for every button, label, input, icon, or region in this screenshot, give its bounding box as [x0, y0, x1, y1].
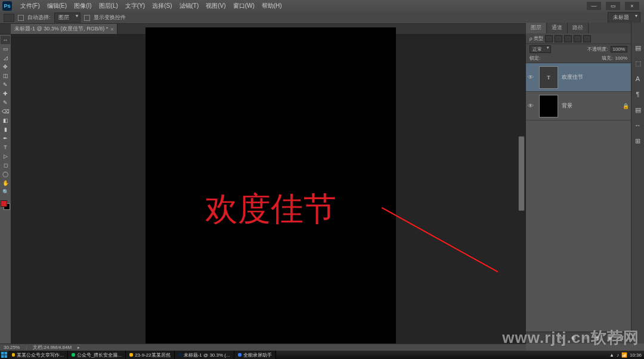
tool-shape[interactable]: ◻	[1, 161, 10, 169]
canvas-text-layer[interactable]: 欢度佳节	[205, 187, 336, 231]
menu-select[interactable]: 选择(S)	[148, 1, 175, 11]
filter-chip[interactable]	[574, 35, 581, 42]
clock[interactable]: 10:36	[630, 352, 642, 358]
tray-icon[interactable]: ♪	[617, 352, 619, 358]
canvas-area[interactable]: 欢度佳节	[11, 35, 526, 343]
layer-filter-row: ρ 类型	[526, 33, 631, 44]
layer-name[interactable]: 欢度佳节	[562, 73, 623, 81]
group-icon[interactable]: ◉	[595, 335, 602, 342]
filter-chip[interactable]	[583, 35, 591, 42]
tool-lasso[interactable]: ◿	[1, 54, 10, 62]
menu-edit[interactable]: 编辑(E)	[44, 1, 70, 11]
dock-icon[interactable]: ⬚	[634, 60, 642, 68]
dock-icon[interactable]: ⊞	[634, 137, 642, 146]
dock-icon[interactable]: ↔	[634, 122, 642, 130]
tool-eraser[interactable]: ◧	[1, 116, 10, 125]
tray-icon[interactable]: 📶	[621, 352, 627, 358]
foreground-swatch[interactable]	[1, 200, 7, 207]
tool-ellipse[interactable]: ◯	[1, 170, 10, 178]
menu-view[interactable]: 视图(V)	[202, 1, 229, 11]
layer-name[interactable]: 背景	[562, 102, 623, 110]
window-close[interactable]: ×	[625, 2, 639, 10]
tool-wand[interactable]: ✥	[1, 63, 10, 71]
auto-select-label: 自动选择:	[27, 14, 51, 21]
tool-brush[interactable]: ✎	[1, 98, 10, 107]
task-item[interactable]: 公众号_擅长安全漏...	[68, 351, 126, 359]
auto-select-checkbox[interactable]	[18, 15, 24, 21]
layer-thumbnail[interactable]: T	[539, 66, 558, 89]
move-tool-icon[interactable]	[4, 14, 14, 22]
tool-gradient[interactable]: ▮	[1, 125, 10, 134]
zoom-value[interactable]: 30.25%	[4, 345, 20, 350]
tray-icon[interactable]: ▲	[609, 352, 614, 358]
svg-rect-4	[5, 355, 8, 358]
tool-zoom[interactable]: 🔍	[1, 188, 10, 196]
filter-chip[interactable]	[564, 35, 572, 42]
layer-item[interactable]: 👁 背景 🔒	[526, 92, 631, 120]
tool-pen[interactable]: ✒	[1, 134, 10, 143]
menu-file[interactable]: 文件(F)	[17, 1, 44, 11]
tool-hand[interactable]: ✋	[1, 179, 10, 187]
menu-help[interactable]: 帮助(H)	[258, 1, 286, 11]
document-canvas[interactable]: 欢度佳节	[145, 27, 396, 343]
lock-icon[interactable]	[543, 55, 549, 61]
lock-icon[interactable]	[551, 55, 557, 61]
layer-thumbnail[interactable]	[539, 95, 558, 117]
tool-move[interactable]: ↔	[1, 36, 10, 44]
dock-icon[interactable]: ¶	[634, 91, 642, 99]
status-bar: 30.25% | 文档:24.9M/4.84M ▸	[0, 343, 526, 351]
tool-eyedrop[interactable]: ✎	[1, 81, 10, 89]
task-item[interactable]: 全能录屏助手	[234, 351, 276, 359]
start-button[interactable]	[0, 351, 8, 359]
color-swatches[interactable]	[1, 200, 10, 210]
opacity-value[interactable]: 100%	[611, 46, 627, 52]
filter-chip[interactable]	[545, 35, 553, 42]
task-item[interactable]: 23-9-22某某居然	[126, 351, 175, 359]
blend-mode-dropdown[interactable]: 正常	[530, 45, 551, 53]
window-maximize[interactable]: ▭	[606, 2, 620, 10]
tab-channels[interactable]: 通道	[547, 23, 568, 33]
vertical-scrollbar[interactable]	[518, 136, 525, 211]
menu-filter[interactable]: 滤镜(T)	[176, 1, 203, 11]
workspace-picker[interactable]: 未标题	[608, 12, 640, 23]
task-item[interactable]: 某某公众号文章写作...	[8, 351, 68, 359]
dock-icon[interactable]: ▤	[634, 106, 642, 114]
dock-icon[interactable]: A	[634, 75, 642, 83]
auto-select-dropdown[interactable]: 图层	[54, 13, 80, 23]
toolbox: ↔ ▭ ◿ ✥ ◫ ✎ ✚ ✎ ⌫ ◧ ▮ ✒ T ▷ ◻ ◯ ✋ 🔍	[0, 35, 11, 343]
tool-type[interactable]: T	[1, 143, 10, 151]
window-minimize[interactable]: —	[587, 2, 601, 10]
adjustment-icon[interactable]: ▭	[583, 335, 590, 342]
filter-chip[interactable]	[555, 35, 562, 42]
menu-layer[interactable]: 图层(L)	[95, 1, 122, 11]
tool-heal[interactable]: ✚	[1, 89, 10, 98]
tool-crop[interactable]: ◫	[1, 72, 10, 80]
close-icon[interactable]: ×	[110, 26, 113, 32]
tab-layers[interactable]: 图层	[526, 23, 547, 33]
layer-item[interactable]: 👁 T 欢度佳节	[526, 63, 631, 92]
tool-stamp[interactable]: ⌫	[1, 107, 10, 116]
tool-path[interactable]: ▷	[1, 152, 10, 160]
visibility-icon[interactable]: 👁	[526, 74, 535, 81]
menu-type[interactable]: 文字(Y)	[122, 1, 148, 11]
menu-window[interactable]: 窗口(W)	[230, 1, 258, 11]
fx-icon[interactable]: fx	[559, 335, 566, 342]
dock-icon[interactable]: ▤	[634, 44, 642, 52]
tab-paths[interactable]: 路径	[568, 23, 589, 33]
filter-label: ρ 类型	[530, 35, 543, 42]
lock-icon[interactable]	[559, 55, 565, 61]
trash-icon[interactable]: 🗑	[619, 335, 626, 342]
visibility-icon[interactable]: 👁	[526, 103, 535, 109]
show-transform-checkbox[interactable]	[84, 15, 90, 21]
lock-icon[interactable]	[568, 55, 574, 61]
menu-bar: Ps 文件(F) 编辑(E) 图像(I) 图层(L) 文字(Y) 选择(S) 滤…	[0, 0, 644, 12]
document-tab[interactable]: 未标题-1 @ 30.3% (欢度佳节, RGB/8) * ×	[11, 24, 117, 34]
mask-icon[interactable]: ◐	[571, 335, 578, 342]
tool-marquee[interactable]: ▭	[1, 45, 10, 53]
task-item[interactable]: 未标题-1 @ 30.3% (...	[175, 351, 234, 359]
new-layer-icon[interactable]: ▣	[607, 335, 614, 342]
menu-image[interactable]: 图像(I)	[70, 1, 95, 11]
document-tab-title: 未标题-1 @ 30.3% (欢度佳节, RGB/8) *	[14, 25, 108, 33]
fill-value[interactable]: 100%	[615, 55, 627, 61]
annotation-arrow	[382, 208, 498, 273]
